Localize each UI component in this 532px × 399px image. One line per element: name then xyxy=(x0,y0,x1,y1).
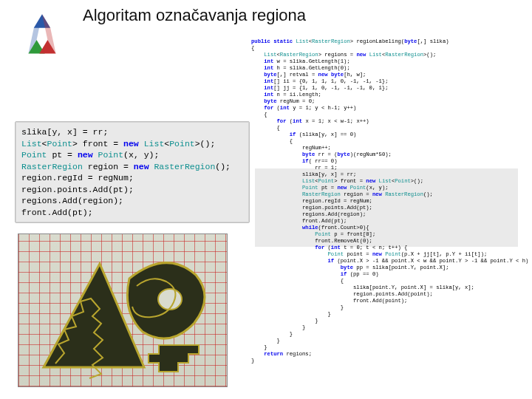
page-title: Algoritam označavanja regiona xyxy=(83,6,306,25)
code-listing-text: public static List<RasterRegion> regionL… xyxy=(251,38,532,364)
code-listing: public static List<RasterRegion> regionL… xyxy=(251,38,526,393)
code-snippet: slika[y, x] = rr; List<Point> front = ne… xyxy=(21,127,231,217)
logo-icon xyxy=(19,13,65,53)
region-labeling-illustration xyxy=(18,233,228,387)
code-snippet-box: slika[y, x] = rr; List<Point> front = ne… xyxy=(15,121,250,223)
svg-point-0 xyxy=(158,289,182,310)
